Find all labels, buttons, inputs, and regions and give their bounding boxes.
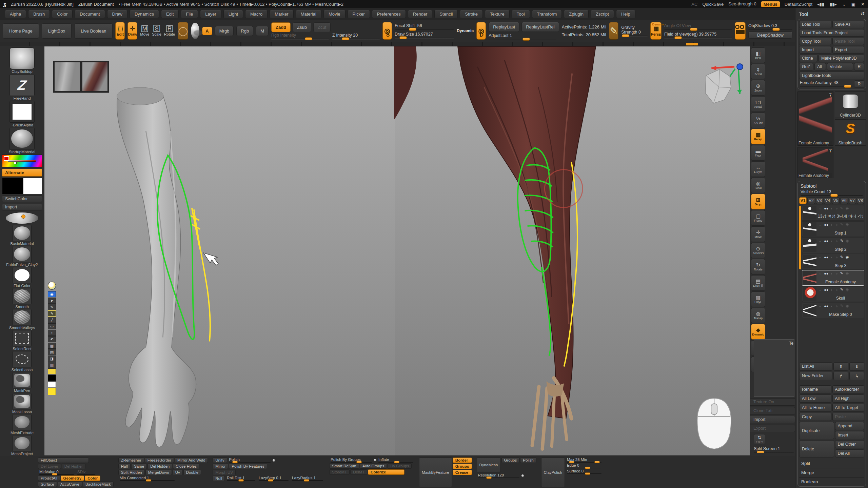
recent-tool-thumbnail[interactable]: 7 Female Anatomy <box>797 147 833 178</box>
cylinder3d-tool[interactable]: Cylinder3D <box>835 92 866 118</box>
polypaint-icon[interactable]: ●● <box>824 206 828 210</box>
close-icon[interactable]: ✕ <box>861 2 865 7</box>
inflate-slider[interactable]: Inflate <box>377 458 414 463</box>
lightbox-tools-button[interactable]: Lightbox▶Tools <box>799 72 864 79</box>
shelf-toggle[interactable]: ▢ Frame <box>751 210 765 226</box>
deep-shadow-button[interactable]: DeepShadow <box>748 32 792 39</box>
shelf-toggle[interactable]: ◧ BPR <box>751 47 765 63</box>
clear-button[interactable]: ▦ <box>48 343 56 349</box>
tray-item[interactable]: FreeHand <box>2 74 42 100</box>
tray-thumbnail[interactable] <box>9 47 35 69</box>
mirror-button[interactable]: Mirror <box>213 464 228 469</box>
displacement-icon[interactable]: ◑ <box>835 206 838 210</box>
document-preview-thumbnail[interactable] <box>53 61 109 93</box>
roll-button[interactable]: Roll <box>213 476 225 481</box>
crease-button[interactable]: Crease <box>453 470 472 475</box>
sculpt-canvas[interactable]: ◉ ➤ ✎ ✎ ╱ ▭ • ↶ ▦ ▤ ◨ ▥ <box>44 46 750 456</box>
texture-preview[interactable]: Te <box>754 339 794 397</box>
tray-thumbnail[interactable] <box>13 414 32 430</box>
scale-button[interactable]: 🅂 Scale <box>152 22 161 40</box>
menu-item[interactable]: Draw <box>107 10 127 18</box>
subtool-scrollbar[interactable] <box>799 206 801 269</box>
goz-button[interactable]: GoZ <box>799 63 813 70</box>
divider-right-icon[interactable]: ▮▮▸ <box>830 2 837 7</box>
smart-resym-button[interactable]: Smart ReSym <box>329 463 359 469</box>
tray-thumbnail[interactable] <box>13 246 32 262</box>
menu-item[interactable]: Transform <box>532 10 562 18</box>
list-all-button[interactable]: List All <box>799 362 832 371</box>
all-to-home-button[interactable]: All To Home <box>799 404 831 412</box>
tray-thumbnail[interactable] <box>13 372 32 388</box>
screenshot-button[interactable]: ▤ <box>48 349 56 355</box>
dynamesh-polish-button[interactable]: Polish <box>520 458 536 463</box>
subtool-row[interactable]: ⇣ ●● ◐ ◑ ✎ ◉ 13강 여성 3단계 바디 각상 - [삼각 <box>802 205 864 221</box>
restore-icon[interactable]: ▣ <box>851 2 855 7</box>
rgb-button[interactable]: Rgb <box>236 26 253 36</box>
undo-button[interactable]: ↶ <box>48 336 56 342</box>
drag-handle-icon[interactable]: ⇣ <box>818 271 822 276</box>
all-high-button[interactable]: All High <box>832 394 865 403</box>
boolean-section-header[interactable]: Boolean <box>799 477 864 485</box>
polypaint-icon[interactable]: ●● <box>824 304 828 308</box>
subtool-paste-button[interactable]: Paste <box>832 413 865 421</box>
same-button[interactable]: Same <box>131 464 147 469</box>
split-hidden-button[interactable]: Split Hidden <box>118 470 145 475</box>
merge-section-header[interactable]: Merge <box>799 468 864 476</box>
quick-pick-r-button[interactable]: R <box>854 80 864 88</box>
visibility-eye-icon[interactable]: ◉ <box>846 304 849 308</box>
tray-item[interactable]: ~BrushAlpha <box>2 101 42 127</box>
polypaint-icon[interactable]: ●● <box>824 271 828 276</box>
copy-tool-button[interactable]: Copy Tool <box>799 38 831 45</box>
move-down-button[interactable]: ⬇ <box>849 362 864 371</box>
tray-item[interactable]: MaskLasso <box>2 393 42 414</box>
focal-shift-slider[interactable]: Focal Shift -56 <box>395 23 454 30</box>
edge-slider[interactable]: Edge 0 <box>566 463 603 468</box>
import-color-button[interactable]: Import <box>2 204 42 210</box>
color-picker[interactable] <box>2 155 42 167</box>
shelf-toggle[interactable]: ▩ PolyF <box>751 291 765 307</box>
goz-visible-button[interactable]: Visible <box>827 63 853 70</box>
live-boolean-button[interactable]: Live Boolean <box>74 23 113 39</box>
menu-item[interactable]: Edit <box>161 10 179 18</box>
uv-icon[interactable]: ◐ <box>831 206 833 210</box>
visibility-eye-icon[interactable]: ◉ <box>846 255 849 259</box>
switch-color-button[interactable]: SwitchColor <box>2 196 42 202</box>
subtool-row[interactable]: ⇣ ●● ◐ ◑ ✎ ◉ Step 2 <box>802 238 864 253</box>
subtool-row[interactable]: ⇣ ●● ◐ ◑ ✎ ◉ Female Anatomy <box>802 270 864 286</box>
half-button[interactable]: Half <box>118 464 131 469</box>
subtool-copy-button[interactable]: Copy <box>799 413 831 421</box>
close-holes-button[interactable]: Close Holes <box>173 464 199 469</box>
dot-size[interactable]: • <box>48 330 56 336</box>
delete-button[interactable]: Delete <box>799 440 834 458</box>
active-color-swatch[interactable] <box>48 388 56 395</box>
double-button[interactable]: Double <box>183 470 201 475</box>
secondary-color-swatch[interactable] <box>23 178 42 194</box>
menu-item[interactable]: Marker <box>270 10 293 18</box>
load-tool-button[interactable]: Load Tool <box>799 21 831 28</box>
default-zscript-button[interactable]: DefaultZScript <box>785 2 812 7</box>
menu-item[interactable]: Picker <box>348 10 370 18</box>
tray-item[interactable]: MeshExtrude <box>2 414 42 435</box>
m-button[interactable]: M <box>256 26 269 36</box>
drag-handle-icon[interactable]: ⇣ <box>818 304 822 308</box>
colorize-button[interactable]: Colorize <box>368 469 405 475</box>
mask-by-feature-button[interactable]: MaskByFeature <box>419 458 452 487</box>
menu-item[interactable]: Preferences <box>372 10 406 18</box>
sculpt-brush-icon[interactable]: ✎ <box>840 206 843 210</box>
current-material-sphere[interactable] <box>6 212 38 224</box>
shelf-toggle[interactable]: ▬ Floor <box>751 145 765 161</box>
color-white-swatch[interactable] <box>48 381 56 387</box>
tray-item[interactable]: Smooth <box>2 288 42 309</box>
tray-item[interactable]: SelectRect <box>2 330 42 351</box>
del-lower-button[interactable]: Del Lower <box>38 464 61 469</box>
move-out-folder-icon[interactable]: ↱ <box>833 372 848 380</box>
save-as-button[interactable]: Save As <box>832 21 865 28</box>
menu-item[interactable]: Brush <box>28 10 50 18</box>
dynamic-draw-size-button[interactable]: ◎ D <box>476 22 486 40</box>
tray-item[interactable]: StartupMaterial <box>2 128 42 154</box>
uv-icon[interactable]: ◐ <box>831 304 833 308</box>
sculpt-brush-icon[interactable]: ✎ <box>840 287 843 292</box>
gravity-strength-slider[interactable]: Gravity Strength 0 <box>621 25 648 37</box>
polish-mode-dot[interactable] <box>273 459 275 462</box>
drag-handle-icon[interactable]: ⇣ <box>818 239 822 243</box>
